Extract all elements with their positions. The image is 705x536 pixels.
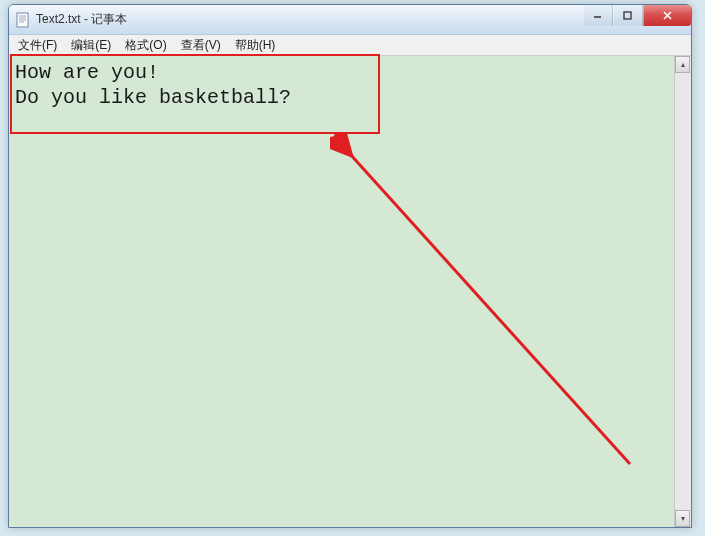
- window-controls: [583, 5, 691, 26]
- menu-file[interactable]: 文件(F): [11, 35, 64, 56]
- close-button[interactable]: [643, 5, 691, 26]
- notepad-window: Text2.txt - 记事本 文件(F) 编辑(E) 格式(O) 查看(V) …: [8, 4, 692, 528]
- menu-help[interactable]: 帮助(H): [228, 35, 283, 56]
- vertical-scrollbar[interactable]: ▴ ▾: [674, 56, 691, 527]
- window-title: Text2.txt - 记事本: [36, 11, 583, 28]
- content-area: How are you! Do you like basketball? ▴ ▾: [9, 56, 691, 527]
- titlebar[interactable]: Text2.txt - 记事本: [9, 5, 691, 35]
- text-editor[interactable]: How are you! Do you like basketball?: [9, 56, 674, 527]
- menu-view[interactable]: 查看(V): [174, 35, 228, 56]
- menu-edit[interactable]: 编辑(E): [64, 35, 118, 56]
- svg-rect-6: [624, 12, 631, 19]
- maximize-button[interactable]: [613, 5, 643, 26]
- notepad-icon: [15, 12, 31, 28]
- scroll-up-icon[interactable]: ▴: [675, 56, 690, 73]
- menu-format[interactable]: 格式(O): [118, 35, 173, 56]
- scroll-down-icon[interactable]: ▾: [675, 510, 690, 527]
- minimize-button[interactable]: [583, 5, 613, 26]
- menubar: 文件(F) 编辑(E) 格式(O) 查看(V) 帮助(H): [9, 35, 691, 56]
